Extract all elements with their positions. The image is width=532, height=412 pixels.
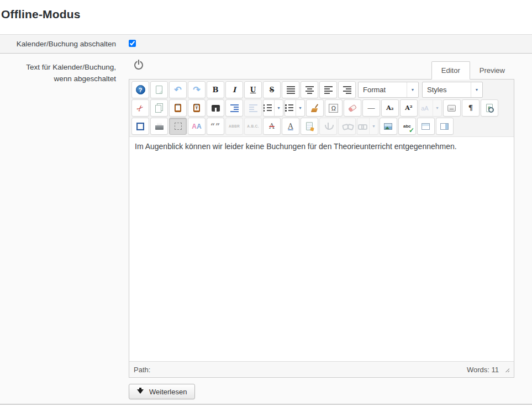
new-document-icon [156,86,162,94]
fullscreen-icon [136,123,144,130]
offline-checkbox[interactable] [129,40,136,47]
layer-side-icon [440,123,449,130]
redo-icon: ↷ [191,85,202,95]
italic-button[interactable]: I [225,81,243,98]
redo-button[interactable]: ↷ [188,81,206,98]
editor-content[interactable]: Im Augenblick können wir leider keine Bu… [129,137,514,361]
image-icon [384,123,392,130]
spellcheck-icon: abc [402,122,413,131]
remove-format-button[interactable] [344,99,361,117]
editor-statusbar: Path: Words: 11 [129,361,514,377]
find-replace-button[interactable] [207,99,224,117]
nonbreaking-space-button[interactable] [443,99,461,117]
align-center-button[interactable] [301,81,318,98]
insert-layer-button[interactable] [417,118,435,135]
chevron-down-icon[interactable]: ▼ [274,100,283,116]
bold-button[interactable]: B [207,81,224,98]
underline-button[interactable]: U [244,81,262,98]
copy-button[interactable] [150,99,168,117]
readmore-arrow-icon [137,389,144,394]
visual-characters-button[interactable]: ¶ [462,99,480,117]
subscript-button[interactable]: A₂ [381,99,399,117]
anchor-icon [325,123,331,130]
tab-preview[interactable]: Preview [470,61,514,80]
tab-editor[interactable]: Editor [431,61,470,80]
fullscreen-button[interactable] [131,118,149,135]
format-select-value: Format [359,86,386,94]
justify-full-button[interactable] [282,81,299,98]
indent-button[interactable] [225,99,243,117]
insert-panel-button[interactable] [436,118,454,135]
page-title: Offline-Modus [0,0,532,21]
path-label: Path: [134,366,150,374]
editor-tabs: Editor Preview [431,61,514,79]
special-character-icon: Ω [329,104,338,113]
strikethrough-button[interactable]: S [263,81,281,98]
anchor-button [319,118,337,135]
print-button[interactable] [150,118,168,135]
chevron-down-icon: ▼ [407,82,418,97]
superscript-button[interactable]: A² [400,99,418,117]
outdent-button [244,99,262,117]
numbered-list-button[interactable]: ▼ [263,99,283,117]
toolbar-row: AA“”ABBRA.B.C.AA▼abc [131,117,512,135]
styles-select-value: Styles [423,86,446,94]
format-select[interactable]: Format▼ [358,82,419,98]
del-icon: A [266,122,277,131]
deleted-text-button[interactable]: A [263,118,281,135]
style-properties-button[interactable]: AA [188,118,206,135]
paste-button[interactable] [169,99,187,117]
new-document-button[interactable] [150,81,168,98]
case-change-button: aA▼ [419,99,442,117]
edit-attributes-button[interactable] [301,118,318,135]
preview-page-button[interactable]: P [481,99,498,117]
blockquote-icon: “” [210,122,221,131]
offline-toggle-label: Kalender/Buchung abschalten [0,38,116,50]
visual-aid-button[interactable] [169,118,187,135]
insert-image-button[interactable] [380,118,397,135]
undo-button[interactable]: ↶ [169,81,187,98]
cut-button[interactable]: ✂ [131,99,149,117]
toolbar-row: ?↶↷BIUSFormat▼Styles▼ [131,81,512,99]
strikethrough-icon: S [266,85,277,95]
style-props-icon: AA [191,122,202,131]
visual-chars-icon: ¶ [465,103,476,113]
offline-text-label-line1: Text für Kalender/Buchung, [26,63,116,71]
spellcheck-button[interactable]: abc [398,118,416,135]
readmore-button[interactable]: Weiterlesen [129,384,195,399]
align-right-button[interactable] [338,81,356,98]
inserted-text-button[interactable]: A [282,118,299,135]
bullet-list-button[interactable]: ▼ [285,99,305,117]
horizontal-rule-button[interactable]: — [362,99,380,117]
paste-as-text-button[interactable]: T [188,99,206,117]
offline-text-label-line2: wenn abgeschaltet [54,75,116,83]
unlink-icon [343,123,352,129]
resize-grip-icon[interactable] [504,367,509,372]
print-icon [155,123,164,130]
cleanup-icon [311,104,319,112]
cleanup-button[interactable] [306,99,324,117]
chevron-down-icon[interactable]: ▼ [296,100,304,116]
power-toggle-icon[interactable] [134,61,143,70]
bold-icon: B [210,85,221,95]
styles-select[interactable]: Styles▼ [422,82,483,98]
subscript-icon: A₂ [384,103,396,113]
chevron-down-icon: ▼ [433,100,441,116]
readmore-label: Weiterlesen [149,388,187,396]
find-icon [212,105,220,112]
align-left-button[interactable] [319,81,337,98]
help-button[interactable]: ? [131,81,149,98]
cut-icon: ✂ [133,101,148,115]
blockquote-button[interactable]: “” [207,118,224,135]
superscript-icon: A² [403,103,414,113]
align-right-icon [343,86,351,94]
acronym-icon: A.B.C. [247,122,259,131]
special-character-button[interactable]: Ω [325,99,343,117]
acronym-button: A.B.C. [244,118,262,135]
italic-icon: I [229,85,240,95]
ins-icon: A [285,122,296,131]
unlink-button [338,118,356,135]
editor-toolbar: ?↶↷BIUSFormat▼Styles▼✂T▼▼Ω—A₂A²aA▼¶PAA“”… [129,80,514,137]
chevron-down-icon: ▼ [369,118,378,134]
paste-icon [175,104,181,112]
